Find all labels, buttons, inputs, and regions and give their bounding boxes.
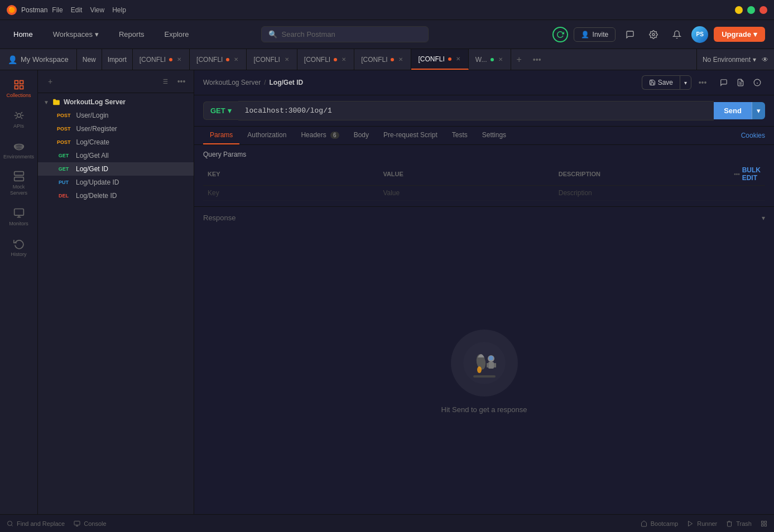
more-tabs-btn[interactable]: ••• <box>527 49 547 70</box>
user-avatar[interactable]: PS <box>691 26 708 43</box>
minimize-button[interactable] <box>735 6 743 14</box>
tab-headers[interactable]: Headers 6 <box>294 127 345 144</box>
home-nav-link[interactable]: Home <box>9 28 37 41</box>
maximize-button[interactable] <box>747 6 755 14</box>
collection-folder[interactable]: ▼ WorkoutLog Server <box>38 95 194 109</box>
url-input-wrap <box>238 101 714 120</box>
notification-icon-btn[interactable] <box>668 26 686 43</box>
svg-point-0 <box>652 33 655 36</box>
sidebar-item-environments[interactable]: Environments <box>2 136 36 165</box>
search-input[interactable] <box>282 30 421 38</box>
endpoint-user-register[interactable]: POST User/Register <box>38 122 194 136</box>
tab-close-4[interactable]: ✕ <box>340 55 347 64</box>
person-icon: 👤 <box>8 55 17 64</box>
tab-close-3[interactable]: ✕ <box>283 55 290 64</box>
tab-body[interactable]: Body <box>347 127 376 144</box>
grid-view-btn[interactable] <box>761 520 767 527</box>
key-input[interactable] <box>208 189 374 197</box>
menu-help[interactable]: Help <box>112 6 126 14</box>
explore-nav-link[interactable]: Explore <box>160 28 194 41</box>
my-workspace-btn[interactable]: 👤 My Workspace <box>0 49 77 70</box>
monitors-label: Monitors <box>9 221 28 227</box>
endpoint-user-login[interactable]: POST User/Login <box>38 109 194 122</box>
value-input[interactable] <box>383 189 549 197</box>
tab-settings[interactable]: Settings <box>475 127 513 144</box>
save-button[interactable]: Save <box>642 75 680 90</box>
menu-edit[interactable]: Edit <box>71 6 83 14</box>
menu-file[interactable]: File <box>52 6 63 14</box>
endpoint-name: Log/Get ID <box>76 165 108 173</box>
sidebar-item-collections[interactable]: Collections <box>2 75 36 103</box>
sync-icon-btn[interactable] <box>621 26 639 43</box>
endpoint-log-get-id[interactable]: GET Log/Get ID <box>38 162 194 176</box>
settings-icon-btn[interactable] <box>645 26 662 43</box>
window-controls <box>735 6 767 14</box>
sidebar-item-mock-servers[interactable]: Mock Servers <box>2 166 36 201</box>
bootcamp-btn[interactable]: Bootcamp <box>641 520 679 527</box>
cookies-link[interactable]: Cookies <box>741 132 765 139</box>
find-replace-btn[interactable]: Find and Replace <box>7 520 65 527</box>
bulk-edit-btn[interactable]: Bulk Edit <box>742 166 761 182</box>
info-icon-btn[interactable] <box>749 75 765 90</box>
send-dropdown-btn[interactable]: ▾ <box>752 102 765 119</box>
empty-response-text: Hit Send to get a response <box>441 405 527 414</box>
tab-3[interactable]: [CONFLI ✕ <box>247 49 297 70</box>
tab-close-6[interactable]: ✕ <box>455 55 461 63</box>
sort-collections-btn[interactable] <box>158 75 171 88</box>
collection-name: WorkoutLog Server <box>64 98 126 106</box>
tab-2[interactable]: [CONFLI ✕ <box>190 49 247 70</box>
tab-authorization[interactable]: Authorization <box>241 127 293 144</box>
runner-btn[interactable]: Runner <box>687 520 717 527</box>
invite-button[interactable]: 👤 Invite <box>574 27 616 42</box>
doc-icon-btn[interactable] <box>733 75 748 90</box>
endpoint-log-get-all[interactable]: GET Log/Get All <box>38 149 194 162</box>
workspaces-nav-link[interactable]: Workspaces ▾ <box>49 28 103 41</box>
trash-btn[interactable]: Trash <box>726 520 752 527</box>
tab-close-2[interactable]: ✕ <box>233 55 239 64</box>
url-input[interactable] <box>238 101 714 120</box>
svg-line-6 <box>16 112 17 113</box>
extra-tab-close[interactable]: ✕ <box>497 55 504 64</box>
tab-6-active[interactable]: [CONFLI ✕ <box>411 49 468 70</box>
description-input[interactable] <box>559 189 725 197</box>
add-collection-btn[interactable]: + <box>44 75 57 88</box>
breadcrumb-collection[interactable]: WorkoutLog Server <box>203 79 261 86</box>
tab-1[interactable]: [CONFLI ✕ <box>133 49 190 70</box>
right-panel-icons <box>716 75 765 90</box>
menu-view[interactable]: View <box>90 6 104 14</box>
tab-pre-request-script[interactable]: Pre-request Script <box>377 127 444 144</box>
tab-tests[interactable]: Tests <box>445 127 474 144</box>
tab-4[interactable]: [CONFLI ✕ <box>297 49 354 70</box>
method-selector[interactable]: GET ▾ <box>203 101 238 120</box>
tab-5[interactable]: [CONFLI ✕ <box>354 49 411 70</box>
tab-close-5[interactable]: ✕ <box>397 55 404 64</box>
reports-nav-link[interactable]: Reports <box>114 28 149 41</box>
add-tab-btn[interactable]: + <box>511 49 527 70</box>
endpoint-log-create[interactable]: POST Log/Create <box>38 136 194 149</box>
endpoint-log-update-id[interactable]: PUT Log/Update ID <box>38 176 194 189</box>
upgrade-button[interactable]: Upgrade ▾ <box>714 27 765 42</box>
new-tab-btn[interactable]: New <box>77 49 102 70</box>
sidebar-item-apis[interactable]: APIs <box>2 105 36 134</box>
sidebar-item-monitors[interactable]: Monitors <box>2 203 36 231</box>
send-button[interactable]: Send <box>714 102 752 119</box>
endpoint-name: Log/Update ID <box>76 178 119 186</box>
svg-rect-3 <box>20 86 23 89</box>
import-btn[interactable]: Import <box>102 49 133 70</box>
search-bar[interactable]: 🔍 <box>261 26 429 42</box>
environment-selector[interactable]: No Environment ▾ 👁 <box>696 49 774 70</box>
tab-params[interactable]: Params <box>203 127 239 144</box>
console-btn[interactable]: Console <box>74 520 106 527</box>
apis-icon <box>13 110 25 121</box>
save-dropdown-btn[interactable]: ▾ <box>680 75 691 90</box>
extra-tab[interactable]: W... ✕ <box>469 49 511 70</box>
sidebar-item-history[interactable]: History <box>2 234 36 262</box>
response-section[interactable]: Response ▾ <box>194 206 774 229</box>
more-options-btn[interactable]: ••• <box>695 75 710 90</box>
comment-icon-btn[interactable] <box>716 75 732 90</box>
more-collections-btn[interactable]: ••• <box>175 75 188 88</box>
chevron-down-icon: ▾ <box>753 30 757 38</box>
endpoint-log-delete-id[interactable]: DEL Log/Delete ID <box>38 189 194 202</box>
tab-close-1[interactable]: ✕ <box>176 55 182 64</box>
close-button[interactable] <box>759 6 767 14</box>
